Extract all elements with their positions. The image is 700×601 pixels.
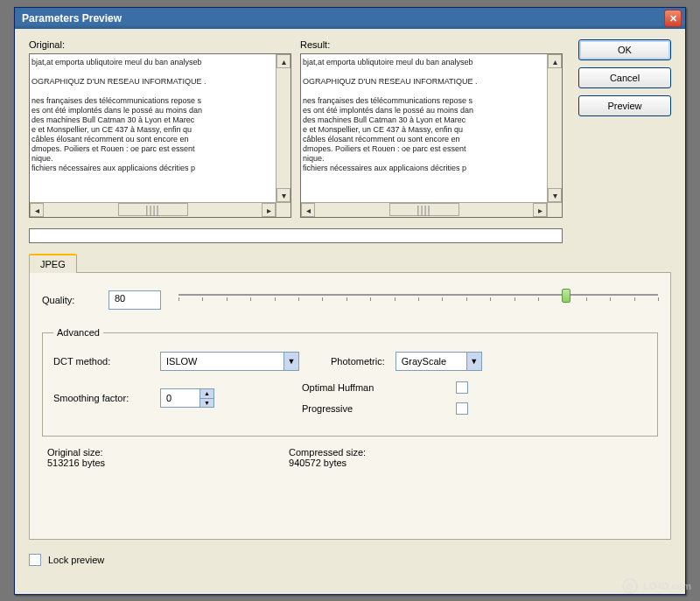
close-button[interactable]: ✕	[664, 10, 682, 27]
compressed-size-label: Compressed size:	[289, 447, 366, 458]
button-column: OK Cancel Preview	[578, 39, 671, 218]
photometric-select[interactable]: GrayScale ▼	[396, 352, 482, 371]
advanced-group: Advanced DCT method: ISLOW ▼ Photometric…	[42, 327, 658, 437]
cancel-button[interactable]: Cancel	[578, 67, 671, 88]
scroll-left-icon[interactable]: ◂	[30, 203, 44, 217]
result-image-content: bjat,at emporta ubliqutoire meul du ban …	[301, 54, 563, 173]
scroll-right-icon[interactable]: ▸	[533, 203, 547, 217]
original-size-value: 513216 bytes	[47, 458, 105, 468]
result-hscroll[interactable]: ◂ |||| ▸	[301, 202, 547, 217]
slider-track	[178, 294, 658, 296]
original-image-content: bjat,at emporta ubliqutoire meul du ban …	[30, 54, 291, 173]
spin-up-icon[interactable]: ▲	[200, 389, 214, 399]
original-size-label: Original size:	[47, 447, 105, 458]
progressive-label: Progressive	[302, 403, 353, 414]
original-preview[interactable]: bjat,at emporta ubliqutoire meul du ban …	[29, 53, 291, 218]
scroll-down-icon[interactable]: ▾	[276, 188, 290, 202]
quality-input[interactable]: 80	[108, 290, 161, 310]
dialog-window: Parameters Preview ✕ Original: bjat,at e…	[14, 7, 686, 595]
smoothing-input[interactable]: ▲ ▼	[160, 388, 214, 408]
hscroll-thumb[interactable]: ||||	[118, 203, 188, 216]
lock-preview-label: Lock preview	[48, 555, 104, 565]
scroll-right-icon[interactable]: ▸	[262, 203, 276, 217]
quality-slider[interactable]	[178, 287, 658, 313]
tab-jpeg[interactable]: JPEG	[29, 254, 77, 273]
advanced-legend: Advanced	[53, 327, 103, 338]
dct-label: DCT method:	[53, 356, 150, 367]
quality-label: Quality:	[42, 295, 96, 305]
result-preview-section: Result: bjat,at emporta ubliqutoire meul…	[300, 39, 563, 218]
dct-method-select[interactable]: ISLOW ▼	[160, 352, 299, 371]
optimal-huffman-label: Optimal Huffman	[302, 382, 374, 393]
scroll-up-icon[interactable]: ▴	[548, 54, 562, 68]
camera-icon: ◎	[622, 578, 638, 594]
spin-down-icon[interactable]: ▼	[200, 399, 214, 408]
progressive-checkbox[interactable]	[456, 402, 468, 415]
ok-button[interactable]: OK	[578, 39, 671, 60]
chevron-down-icon[interactable]: ▼	[466, 353, 481, 370]
scroll-up-icon[interactable]: ▴	[276, 54, 290, 68]
result-vscroll[interactable]: ▴ ▾	[547, 54, 562, 202]
slider-thumb[interactable]	[562, 289, 570, 303]
spinner-arrows[interactable]: ▲ ▼	[200, 389, 214, 407]
lock-preview-checkbox[interactable]	[29, 554, 41, 566]
chevron-down-icon[interactable]: ▼	[284, 353, 298, 370]
scroll-left-icon[interactable]: ◂	[301, 203, 315, 217]
original-vscroll[interactable]: ▴ ▾	[276, 54, 290, 202]
photometric-label: Photometric:	[331, 356, 385, 367]
optimal-huffman-checkbox[interactable]	[456, 381, 468, 394]
original-preview-section: Original: bjat,at emporta ubliqutoire me…	[29, 39, 291, 218]
size-row: Original size: 513216 bytes Compressed s…	[42, 447, 658, 468]
result-label: Result:	[300, 39, 563, 50]
tab-jpeg-body: Quality: 80 Advanced DCT method: ISLOW	[29, 272, 671, 540]
scroll-down-icon[interactable]: ▾	[548, 188, 562, 202]
original-hscroll[interactable]: ◂ |||| ▸	[30, 202, 276, 217]
scroll-corner	[276, 202, 290, 217]
original-label: Original:	[29, 39, 291, 50]
quality-row: Quality: 80	[42, 287, 658, 313]
tab-container: JPEG Quality: 80 Advanced DCT method:	[29, 254, 671, 540]
preview-button[interactable]: Preview	[578, 95, 671, 116]
smoothing-label: Smoothing factor:	[53, 393, 150, 403]
title-bar[interactable]: Parameters Preview ✕	[15, 8, 685, 29]
result-preview[interactable]: bjat,at emporta ubliqutoire meul du ban …	[300, 53, 563, 218]
progress-bar	[29, 228, 563, 243]
hscroll-thumb[interactable]: ||||	[389, 203, 459, 216]
compressed-size-value: 940572 bytes	[289, 458, 366, 468]
watermark: ◎ LO4D.com	[622, 578, 691, 594]
close-icon: ✕	[669, 13, 677, 24]
dialog-body: Original: bjat,at emporta ubliqutoire me…	[15, 29, 685, 577]
window-title: Parameters Preview	[18, 12, 122, 24]
scroll-corner	[547, 202, 562, 217]
